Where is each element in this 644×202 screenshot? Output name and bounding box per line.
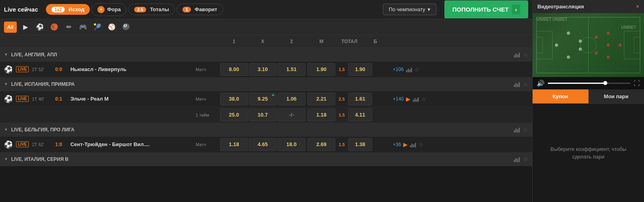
odds-2-elche-2[interactable]: -/- <box>277 109 305 121</box>
odds-2-belgium[interactable]: 18.0 <box>277 138 305 151</box>
col-header-total: ТОТАЛ <box>335 39 363 44</box>
top-bar: Live сейчас 1х2 Исход + Фора 2.5 Тоталы <box>0 0 532 19</box>
tab-fora-label: Фора <box>107 6 121 12</box>
sport-icon-pencil[interactable]: ✏ <box>63 22 74 33</box>
sport-icon-soccer[interactable]: ⚽ <box>34 22 46 33</box>
volume-knob <box>603 81 607 85</box>
favorite-icon-elche[interactable]: ☆ <box>421 96 426 102</box>
coupon-tab-coupon[interactable]: Купон <box>533 89 589 103</box>
expand-icon-belgium: ▼ <box>4 127 8 132</box>
row-actions-elche: +140 ▶ ☆ <box>390 96 426 102</box>
soccer-icon-newcastle: ⚽ <box>4 65 13 74</box>
video-area: UNIBET UNIBET UNIBET <box>533 13 644 77</box>
coupon-tab-mypairs[interactable]: Мои пари <box>589 89 644 103</box>
nav-tabs: 1х2 Исход + Фора 2.5 Тоталы 1 Фаворит <box>46 3 436 16</box>
league-row-belgium[interactable]: ▼ LIVE, БЕЛЬГИЯ, ПРО ЛИГА ☆ <box>0 123 532 137</box>
total-m-elche[interactable]: 2.21 <box>307 93 335 105</box>
row-actions-newcastle: +106 ☆ <box>390 66 420 73</box>
odds-2-elche[interactable]: 1.06 <box>277 93 305 105</box>
more-link-newcastle[interactable]: +106 <box>393 67 404 72</box>
sport-icon-basketball[interactable]: 🏀 <box>49 22 60 33</box>
tab-outcome-sub: Исход <box>69 6 84 12</box>
volume-slider[interactable] <box>548 83 630 84</box>
league-row-italy[interactable]: ▼ LIVE, ИТАЛИЯ, СЕРИЯ В ☆ <box>0 152 532 166</box>
totals-group-newcastle: 1.90 1.5 1.90 <box>307 63 387 76</box>
favorite-icon-belgium-row[interactable]: ☆ <box>418 141 424 148</box>
video-header: Видеотрансляция × <box>533 0 644 13</box>
live-title: Live сейчас <box>4 6 38 13</box>
video-placeholder: UNIBET UNIBET UNIBET <box>533 13 644 77</box>
league-name-england: LIVE, АНГЛИЯ, АПЛ <box>11 52 514 57</box>
more-link-elche[interactable]: +140 <box>393 96 404 102</box>
odds-1-elche[interactable]: 38.0 <box>220 93 248 105</box>
svg-point-17 <box>606 55 610 59</box>
match-time-belgium: 2Т 62' <box>32 142 52 147</box>
sport-icon-billiard[interactable]: 🎱 <box>121 22 132 33</box>
col-totals: М ТОТАЛ Б <box>307 39 387 44</box>
total-m-newcastle[interactable]: 1.90 <box>307 63 335 76</box>
tab-favorite[interactable]: 1 Фаворит <box>176 4 223 15</box>
tab-fora-plus: + <box>97 6 105 13</box>
favorite-icon-belgium[interactable]: ☆ <box>523 127 528 133</box>
odds-1-newcastle[interactable]: 8.00 <box>220 63 248 76</box>
matches-list: ▼ LIVE, АНГЛИЯ, АПЛ ☆ ⚽ LIVE 2Т 52' 0:0 … <box>0 48 532 202</box>
tab-favorite-label: Фаворит <box>195 6 217 12</box>
stats-icon-newcastle-row <box>406 67 412 72</box>
fullscreen-icon[interactable]: ⛶ <box>634 80 640 87</box>
odds-group-elche-2: 25.0 10.7 -/- <box>220 109 307 121</box>
total-b-elche-2[interactable]: 4.11 <box>348 109 372 121</box>
coupon-hint-text: Выберите коэффициент, чтобы сделать пари <box>541 145 636 161</box>
league-actions-spain: ☆ <box>514 81 528 87</box>
championship-select[interactable]: По чемпионату ▾ <box>383 4 436 15</box>
sport-icon-esport[interactable]: 🎮 <box>77 22 89 33</box>
odds-x-elche[interactable]: 9.25 <box>249 93 277 105</box>
match-type-newcastle: Матч <box>196 67 220 72</box>
odds-x-belgium[interactable]: 4.65 <box>249 138 277 151</box>
sport-icon-play[interactable]: ▶ <box>20 22 31 33</box>
favorite-icon-england[interactable]: ☆ <box>523 51 528 58</box>
more-link-belgium[interactable]: +36 <box>393 142 401 147</box>
odds-1-elche-2[interactable]: 25.0 <box>220 109 248 121</box>
tab-fora[interactable]: + Фора <box>91 3 127 16</box>
favorite-icon-newcastle[interactable]: ☆ <box>414 66 420 73</box>
video-title: Видеотрансляция <box>537 4 584 10</box>
sport-icon-tennis[interactable]: 🎾 <box>92 22 103 33</box>
expand-icon-spain: ▼ <box>4 82 8 86</box>
play-icon-elche[interactable]: ▶ <box>406 96 410 102</box>
odds-x-newcastle[interactable]: 3.10 <box>249 63 277 76</box>
odds-1-belgium[interactable]: 1.18 <box>220 138 248 151</box>
main-panel: Live сейчас 1х2 Исход + Фора 2.5 Тоталы <box>0 0 532 202</box>
total-b-newcastle[interactable]: 1.90 <box>348 63 372 76</box>
total-m-elche-2[interactable]: 1.18 <box>307 109 335 121</box>
odds-group-belgium: 1.18 4.65 18.0 <box>220 138 307 151</box>
total-b-belgium[interactable]: 1.38 <box>348 138 372 151</box>
league-actions-belgium: ☆ <box>514 127 528 133</box>
stats-icon-england <box>514 52 520 57</box>
soccer-icon-elche: ⚽ <box>4 95 13 103</box>
video-close-button[interactable]: × <box>636 3 639 10</box>
svg-point-12 <box>579 48 582 51</box>
league-row-spain[interactable]: ▼ LIVE, ИСПАНИЯ, ПРИМЕРА ☆ <box>0 77 532 91</box>
play-icon-belgium[interactable]: ▶ <box>403 141 408 148</box>
stats-icon-elche-row <box>413 96 419 102</box>
right-panel: Видеотрансляция × <box>532 0 644 202</box>
tab-outcome[interactable]: 1х2 Исход <box>46 4 90 15</box>
match-teams-elche: Эльче - Реал М <box>70 96 109 102</box>
svg-point-11 <box>579 40 582 43</box>
odds-2-newcastle[interactable]: 1.51 <box>277 63 305 76</box>
favorite-icon-italy[interactable]: ☆ <box>523 156 528 162</box>
match-score-elche: 0:1 <box>55 96 67 102</box>
volume-icon[interactable]: 🔊 <box>537 79 545 87</box>
deposit-button[interactable]: ПОПОЛНИТЬ СЧЕТ › <box>444 0 528 18</box>
sport-icon-baseball[interactable]: ⚾ <box>106 22 117 33</box>
all-sports-button[interactable]: All <box>4 22 17 33</box>
favorite-icon-spain[interactable]: ☆ <box>523 81 528 87</box>
column-headers: 1 X 2 М ТОТАЛ Б <box>0 35 532 48</box>
total-m-belgium[interactable]: 2.69 <box>307 138 335 151</box>
match-score-belgium: 1:0 <box>55 142 67 147</box>
total-b-elche[interactable]: 1.61 <box>348 93 372 105</box>
league-row-england[interactable]: ▼ LIVE, АНГЛИЯ, АПЛ ☆ <box>0 48 532 61</box>
odds-x-elche-2[interactable]: 10.7 <box>249 109 277 121</box>
tab-totaly[interactable]: 2.5 Тоталы <box>128 4 175 15</box>
svg-point-9 <box>567 32 570 35</box>
